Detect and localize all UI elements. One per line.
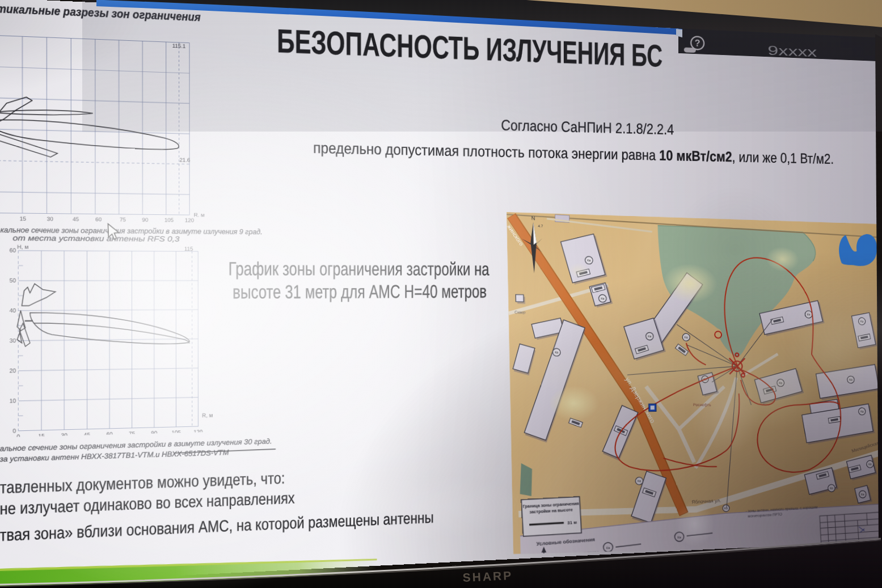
svg-text:30: 30 xyxy=(10,337,16,344)
svg-text:R, м: R, м xyxy=(202,412,213,418)
svg-text:9xxxx: 9xxxx xyxy=(767,43,817,60)
svg-text:10: 10 xyxy=(10,397,16,404)
svg-text:Кв: Кв xyxy=(861,493,864,496)
svg-text:x: x xyxy=(188,339,191,345)
svg-text:115.1: 115.1 xyxy=(172,43,186,49)
svg-text:R. м: R. м xyxy=(194,212,205,218)
svg-text:Кв: Кв xyxy=(677,535,681,540)
svg-text:Сквер: Сквер xyxy=(514,310,526,315)
svg-text:Кв: Кв xyxy=(606,545,610,550)
svg-text:4.7: 4.7 xyxy=(538,224,543,229)
svg-text:90: 90 xyxy=(142,217,149,223)
svg-text:Кв: Кв xyxy=(638,479,642,483)
svg-text:40: 40 xyxy=(10,307,16,314)
svg-text:Н, м: Н, м xyxy=(18,244,29,250)
svg-text:N: N xyxy=(531,215,535,221)
svg-text:···: ··· xyxy=(452,563,457,568)
svg-text:Кв: Кв xyxy=(860,410,864,413)
svg-text:115: 115 xyxy=(184,246,193,252)
svg-text:21.6: 21.6 xyxy=(180,157,191,163)
svg-text:SHARP: SHARP xyxy=(462,569,513,584)
svg-text:105: 105 xyxy=(164,217,174,223)
svg-text:Кв: Кв xyxy=(587,259,591,262)
svg-text:Кв: Кв xyxy=(601,297,605,300)
svg-text:120: 120 xyxy=(185,217,194,223)
svg-text:15: 15 xyxy=(20,215,27,222)
svg-text:Кв: Кв xyxy=(724,506,728,510)
svg-text:?: ? xyxy=(695,37,700,48)
svg-text:75: 75 xyxy=(120,217,126,223)
svg-text:0: 0 xyxy=(13,428,16,434)
svg-text:60: 60 xyxy=(10,247,16,253)
svg-text:20: 20 xyxy=(10,367,16,374)
svg-text:Кв: Кв xyxy=(648,335,652,338)
svg-text:Кв: Кв xyxy=(830,487,833,490)
svg-text:50: 50 xyxy=(10,277,16,284)
svg-text:Кв: Кв xyxy=(868,463,872,466)
svg-text:60: 60 xyxy=(95,217,102,223)
svg-text:31 м: 31 м xyxy=(567,520,577,525)
svg-text:30: 30 xyxy=(47,216,54,222)
svg-text:45: 45 xyxy=(73,216,79,222)
svg-text:0: 0 xyxy=(17,433,20,438)
